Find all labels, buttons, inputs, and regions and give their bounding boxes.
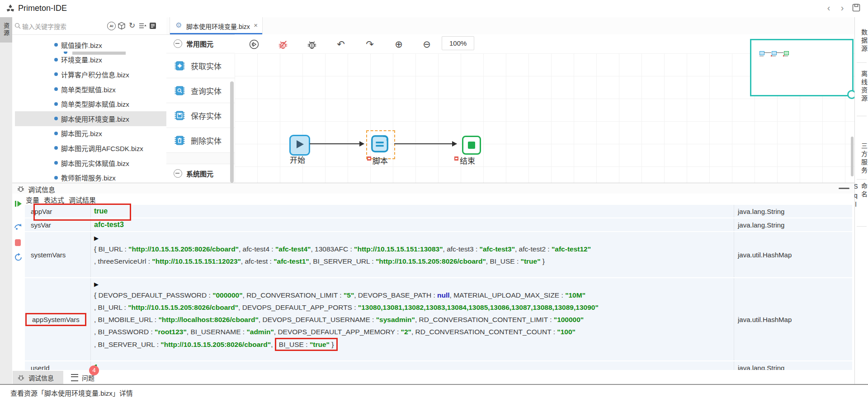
- nav-back-icon[interactable]: ‹: [824, 3, 834, 13]
- step-over-icon[interactable]: [14, 222, 23, 231]
- tree-item-selected[interactable]: 脚本使用环境变量.bizx: [15, 111, 166, 126]
- right-rail-item-3[interactable]: 三方服务: [855, 138, 868, 179]
- stop-debug-icon[interactable]: [277, 38, 289, 50]
- debug-tab-2[interactable]: 表达式: [44, 195, 64, 204]
- rail-tab-resources[interactable]: 资源: [0, 17, 12, 43]
- node-start[interactable]: [289, 135, 310, 156]
- variable-row-appSystemVars[interactable]: appSystemVars▶{ DEVOPS_DEFAULT_PASSWORD …: [25, 278, 854, 361]
- palette-item-删除实体[interactable]: 删除实体: [166, 128, 235, 153]
- palette-section-label: 常用图元: [186, 39, 213, 48]
- variable-type: java.lang.String: [734, 218, 852, 231]
- palette-item-label: 查询实体: [191, 85, 222, 96]
- node-end[interactable]: [462, 136, 481, 155]
- rerun-icon[interactable]: [14, 253, 23, 262]
- ai-icon[interactable]: AI: [107, 22, 116, 30]
- issues-list-icon: [71, 374, 78, 381]
- palette-scrollbar[interactable]: [230, 81, 234, 183]
- file-bullet-icon: [54, 87, 58, 91]
- palette-item-保存实体[interactable]: 保存实体: [166, 103, 235, 128]
- minimap-label: [760, 56, 764, 57]
- zoom-in-icon[interactable]: ⊕: [393, 38, 405, 50]
- save-icon[interactable]: [852, 3, 861, 12]
- breakpoint-marker[interactable]: [454, 156, 458, 161]
- tree-item[interactable]: 脚本图元实体赋值.bizx: [12, 156, 166, 171]
- minimap[interactable]: [750, 39, 854, 96]
- run-icon[interactable]: [248, 38, 260, 50]
- redo-icon[interactable]: ↷: [364, 38, 376, 50]
- palette-item-label: 删除实体: [191, 135, 222, 146]
- diagram-view-icon[interactable]: [149, 22, 157, 30]
- minimize-panel-icon[interactable]: [839, 188, 849, 189]
- variable-type: java.util.HashMap: [734, 232, 852, 277]
- right-rail-item-1[interactable]: 数据源: [855, 22, 868, 61]
- tree-item[interactable]: 赋值操作.bizx: [12, 38, 166, 52]
- expander-icon[interactable]: ▶: [94, 278, 734, 289]
- zoom-level[interactable]: 100%: [442, 36, 474, 50]
- tree-item-label: 脚本图元调用AFCSDK.bizx: [61, 143, 143, 153]
- palette-item-查询实体[interactable]: 查询实体: [166, 78, 235, 103]
- edge-start-script[interactable]: [310, 143, 364, 144]
- undo-icon[interactable]: ↶: [335, 38, 347, 50]
- variable-row-systemVars[interactable]: systemVars▶{ BI_URL : "http://10.15.15.2…: [25, 232, 854, 278]
- debug-tab-3[interactable]: 调试结果: [69, 195, 96, 204]
- debug-tab-1[interactable]: 变量: [26, 195, 39, 206]
- expander-icon[interactable]: ▶: [94, 232, 734, 243]
- palette-item-label: 获取实体: [191, 60, 222, 71]
- value-line: , BI_URL : "http://10.15.15.205:8026/cbo…: [94, 301, 734, 313]
- file-bullet-icon: [54, 102, 58, 106]
- package-icon[interactable]: [118, 22, 126, 30]
- zoom-out-icon[interactable]: ⊖: [421, 38, 433, 50]
- palette-section-system[interactable]: 系统图元: [166, 164, 235, 183]
- tab-close-icon[interactable]: ×: [254, 21, 258, 29]
- tree-item[interactable]: 环境变量.bizx: [12, 52, 166, 67]
- palette-item-label: 保存实体: [191, 110, 222, 121]
- file-bullet-icon: [54, 58, 58, 62]
- rail-divider: [857, 62, 867, 63]
- rail-divider: [857, 116, 867, 116]
- refresh-icon[interactable]: ↻: [128, 22, 136, 30]
- right-rail: 数据源离线资源三方服务命名Sql: [854, 17, 868, 384]
- tree-item[interactable]: 计算客户积分信息.bizx: [12, 67, 166, 82]
- sort-icon[interactable]: [138, 22, 146, 30]
- left-rail: 资源: [0, 17, 13, 384]
- bottom-tab-debug[interactable]: 调试信息: [13, 371, 63, 384]
- resume-icon[interactable]: [14, 199, 23, 208]
- flow-canvas[interactable]: ↶ ↷ ⊕ ⊖ 100% 开始 脚本 结束: [235, 34, 854, 183]
- variable-name: systemVars: [25, 232, 91, 277]
- variable-row-sysVar[interactable]: sysVarafc-test3java.lang.String: [25, 218, 854, 232]
- variable-row-appVar[interactable]: appVartruejava.lang.String: [25, 205, 854, 218]
- canvas-scrollbar[interactable]: [851, 137, 854, 176]
- file-bullet-icon: [54, 72, 58, 76]
- debug-icon[interactable]: [306, 38, 318, 50]
- palette-gap: [166, 153, 235, 164]
- breakpoint-marker[interactable]: [367, 156, 371, 161]
- minimap-resize-handle[interactable]: [847, 90, 854, 99]
- edge-script-end[interactable]: [394, 143, 457, 144]
- debug-tab-icon: [17, 374, 25, 381]
- right-rail-item-2[interactable]: 离线资源: [855, 66, 868, 108]
- file-bullet-icon: [54, 132, 58, 135]
- editor-tab[interactable]: ⚙ 脚本使用环境变量.bizx ×: [170, 17, 263, 34]
- tree-item[interactable]: 简单类型赋值.bizx: [12, 82, 166, 97]
- debug-panel: 调试信息 变量表达式调试结果 appVartruejava.lang.Strin…: [12, 183, 854, 370]
- nav-forward-icon[interactable]: ›: [837, 3, 847, 13]
- title-bar: Primeton-IDE ‹ ›: [0, 0, 868, 18]
- file-bullet-icon: [54, 161, 58, 165]
- play-icon: [297, 140, 304, 148]
- minimap-label: [772, 56, 776, 57]
- app-title: Primeton-IDE: [18, 4, 67, 13]
- stop-icon[interactable]: [15, 239, 21, 246]
- right-rail-item-4[interactable]: 命名Sql: [855, 183, 868, 224]
- tree-item[interactable]: 脚本图元调用AFCSDK.bizx!: [12, 141, 166, 156]
- row-tail: [852, 218, 854, 231]
- palette-item-获取实体[interactable]: 获取实体: [166, 53, 235, 78]
- variable-value: ▶{ DEVOPS_DEFAULT_PASSWORD : "000000", R…: [91, 278, 734, 360]
- tree-item[interactable]: 教师新增服务.bizx: [12, 170, 166, 183]
- tree-item[interactable]: 简单类型脚本赋值.bizx: [12, 96, 166, 111]
- search-input[interactable]: 输入关键字搜索: [22, 22, 66, 31]
- tree-item[interactable]: 脚本图元.bizx: [12, 126, 166, 141]
- chip-save-icon: [174, 109, 186, 122]
- row-tail: [852, 278, 854, 360]
- bottom-tab-issues[interactable]: 问题: [66, 371, 111, 384]
- palette-section-common[interactable]: 常用图元: [166, 34, 235, 53]
